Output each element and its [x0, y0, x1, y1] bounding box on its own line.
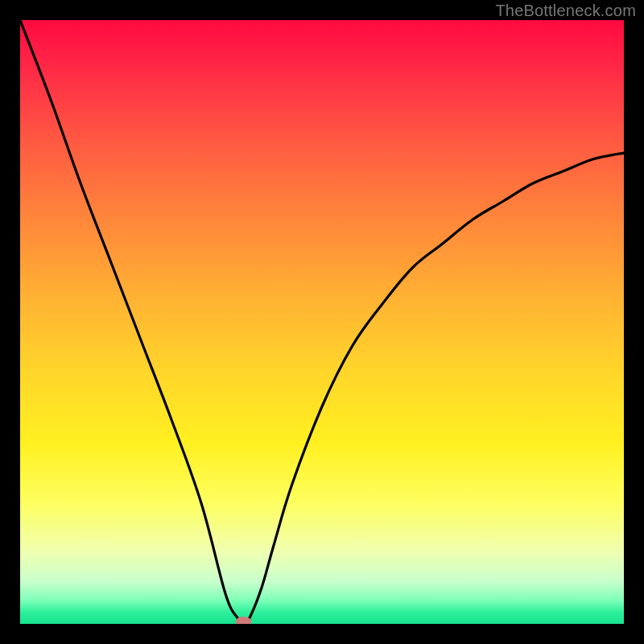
chart-frame: TheBottleneck.com — [0, 0, 644, 644]
bottleneck-curve — [20, 20, 624, 624]
watermark-text: TheBottleneck.com — [495, 2, 636, 20]
curve-svg — [20, 20, 624, 624]
plot-area — [20, 20, 624, 624]
